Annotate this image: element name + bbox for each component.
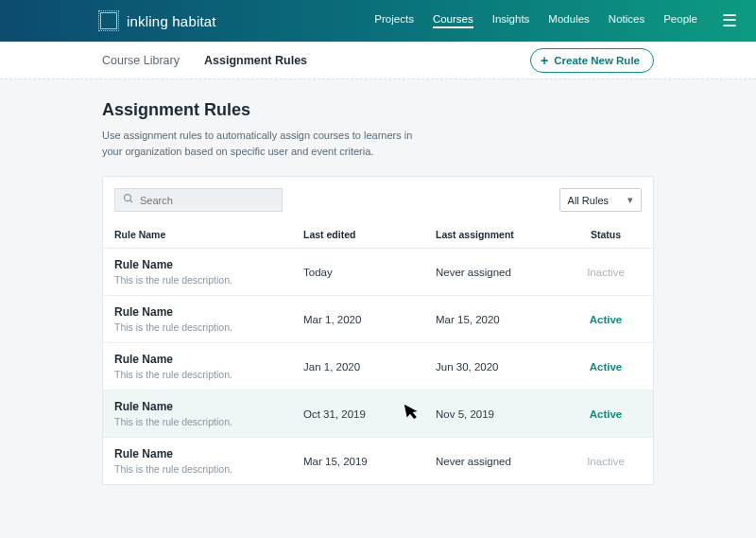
cell-status: Active	[587, 361, 642, 373]
brand-logo-icon	[100, 12, 117, 29]
col-assigned: Last assignment	[436, 229, 587, 240]
cell-edited: Oct 31, 2019	[303, 408, 436, 420]
nav-link-modules[interactable]: Modules	[548, 13, 589, 28]
col-status: Status	[587, 229, 642, 240]
cell-status: Active	[587, 314, 642, 325]
rules-card: All Rules ▾ Rule Name Last edited Last a…	[102, 176, 654, 485]
svg-line-1	[130, 200, 133, 203]
cell-edited: Today	[303, 267, 436, 278]
menu-icon[interactable]: ☰	[722, 10, 737, 31]
rule-desc: This is the rule description.	[114, 321, 303, 333]
cell-status: Inactive	[587, 267, 642, 278]
search-input[interactable]	[140, 195, 274, 206]
nav-links: ProjectsCoursesInsightsModulesNoticesPeo…	[374, 13, 697, 28]
top-nav: inkling habitat ProjectsCoursesInsightsM…	[0, 0, 756, 42]
cell-assigned: Never assigned	[436, 456, 587, 467]
rule-name: Rule Name	[114, 353, 303, 366]
search-icon	[123, 193, 134, 207]
nav-link-courses[interactable]: Courses	[433, 13, 473, 28]
cell-edited: Jan 1, 2020	[303, 361, 436, 373]
cell-assigned: Never assigned	[436, 267, 587, 278]
rule-desc: This is the rule description.	[114, 274, 303, 286]
nav-link-projects[interactable]: Projects	[374, 13, 414, 28]
rule-name: Rule Name	[114, 447, 303, 460]
rule-name: Rule Name	[114, 305, 303, 319]
table-row[interactable]: Rule NameThis is the rule description.Oc…	[103, 390, 653, 437]
create-rule-label: Create New Rule	[554, 55, 640, 66]
cell-status: Active	[587, 408, 642, 420]
svg-point-0	[125, 195, 131, 201]
search-field[interactable]	[114, 188, 283, 212]
col-name: Rule Name	[114, 229, 303, 240]
brand: inkling habitat	[100, 12, 216, 29]
table-header: Rule Name Last edited Last assignment St…	[103, 221, 653, 248]
page-description: Use assignment rules to automatically as…	[102, 128, 414, 159]
cell-edited: Mar 15, 2019	[303, 456, 436, 467]
cell-assigned: Mar 15, 2020	[436, 314, 587, 325]
cell-edited: Mar 1, 2020	[303, 314, 436, 325]
chevron-down-icon: ▾	[627, 194, 633, 206]
brand-name: inkling habitat	[127, 13, 216, 29]
nav-link-people[interactable]: People	[663, 13, 697, 28]
sub-tab-course-library[interactable]: Course Library	[102, 54, 180, 67]
table-row[interactable]: Rule NameThis is the rule description.Ma…	[103, 437, 653, 484]
plus-icon: +	[541, 54, 548, 67]
filter-label: All Rules	[568, 195, 609, 206]
rule-desc: This is the rule description.	[114, 369, 303, 380]
cell-status: Inactive	[587, 456, 642, 467]
sub-nav: Course LibraryAssignment Rules + Create …	[0, 42, 756, 79]
sub-tab-assignment-rules[interactable]: Assignment Rules	[204, 54, 307, 67]
cell-assigned: Jun 30, 2020	[436, 361, 587, 373]
card-toolbar: All Rules ▾	[103, 177, 653, 221]
rule-desc: This is the rule description.	[114, 463, 303, 475]
page-content: Assignment Rules Use assignment rules to…	[0, 79, 756, 485]
table-body: Rule NameThis is the rule description.To…	[103, 248, 653, 484]
nav-link-notices[interactable]: Notices	[609, 13, 644, 28]
rule-desc: This is the rule description.	[114, 416, 303, 427]
create-rule-button[interactable]: + Create New Rule	[530, 48, 654, 73]
nav-link-insights[interactable]: Insights	[492, 13, 530, 28]
rule-name: Rule Name	[114, 258, 303, 271]
col-edited: Last edited	[303, 229, 436, 240]
filter-dropdown[interactable]: All Rules ▾	[559, 188, 642, 212]
rule-name: Rule Name	[114, 400, 303, 413]
table-row[interactable]: Rule NameThis is the rule description.Ma…	[103, 295, 653, 342]
table-row[interactable]: Rule NameThis is the rule description.To…	[103, 248, 653, 295]
page-title: Assignment Rules	[102, 100, 654, 120]
table-row[interactable]: Rule NameThis is the rule description.Ja…	[103, 342, 653, 390]
cell-assigned: Nov 5, 2019	[436, 408, 587, 420]
